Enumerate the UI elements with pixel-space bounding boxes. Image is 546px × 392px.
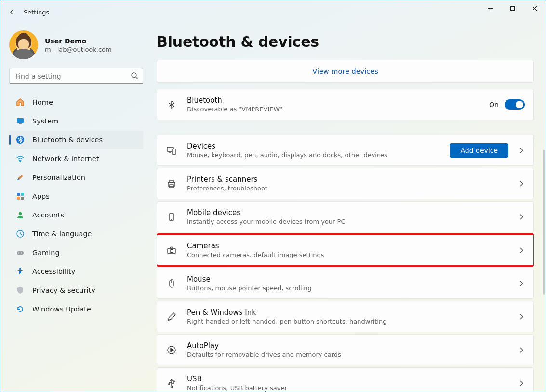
sidebar-item-apps[interactable]: Apps [9, 187, 143, 205]
svg-rect-7 [21, 193, 24, 196]
back-arrow-icon [8, 8, 16, 16]
minimize-button[interactable] [479, 0, 501, 16]
card-printers-scanners[interactable]: Printers & scanners Preferences, trouble… [157, 168, 534, 199]
back-button[interactable] [2, 3, 22, 21]
sidebar-item-accounts[interactable]: Accounts [9, 206, 143, 224]
chevron-right-icon [518, 147, 525, 154]
bluetooth-toggle-card: Bluetooth Discoverable as "VMPREVIEW" On [157, 89, 534, 120]
apps-icon [16, 192, 25, 201]
sidebar-item-label: Privacy & security [32, 286, 95, 294]
sidebar-item-label: Accessibility [32, 268, 75, 275]
sidebar-item-label: Gaming [32, 249, 60, 257]
minimize-icon [488, 6, 493, 11]
chevron-right-icon [518, 180, 525, 187]
card-devices[interactable]: Devices Mouse, keyboard, pen, audio, dis… [157, 135, 534, 166]
sidebar-item-windows-update[interactable]: Windows Update [9, 300, 143, 318]
svg-rect-3 [19, 123, 22, 124]
profile-block[interactable]: User Demo m__lab@outlook.com [9, 30, 143, 59]
main-content: Bluetooth & devices View more devices Bl… [150, 24, 546, 392]
card-autoplay[interactable]: AutoPlay Defaults for removable drives a… [157, 334, 534, 365]
svg-point-1 [132, 73, 136, 78]
accessibility-icon [16, 267, 25, 276]
card-title: USB [187, 375, 513, 383]
add-device-button[interactable]: Add device [450, 143, 508, 158]
card-usb[interactable]: USB Notifications, USB battery saver [157, 367, 534, 392]
chevron-right-icon [518, 280, 525, 287]
card-cameras[interactable]: Cameras Connected cameras, default image… [157, 234, 534, 266]
system-icon [16, 117, 25, 125]
search-input[interactable] [9, 68, 143, 84]
sidebar-item-system[interactable]: System [9, 112, 143, 130]
sidebar-item-accessibility[interactable]: Accessibility [9, 262, 143, 281]
sidebar-item-label: Personalization [32, 174, 85, 181]
sidebar-item-privacy-security[interactable]: Privacy & security [9, 281, 143, 299]
mouse-icon [166, 278, 177, 289]
clock-icon [16, 230, 25, 238]
search-icon [131, 72, 138, 80]
svg-point-13 [18, 253, 19, 254]
search-box[interactable] [9, 68, 143, 84]
sidebar-item-home[interactable]: Home [9, 93, 143, 111]
bluetooth-subtitle: Discoverable as "VMPREVIEW" [187, 106, 489, 113]
svg-point-10 [19, 212, 22, 215]
scrollbar[interactable] [543, 150, 545, 295]
svg-rect-2 [17, 118, 24, 123]
sidebar-item-network[interactable]: Network & internet [9, 149, 143, 168]
card-mouse[interactable]: Mouse Buttons, mouse pointer speed, scro… [157, 268, 534, 299]
svg-rect-0 [510, 6, 514, 10]
svg-point-26 [171, 386, 173, 388]
home-icon [16, 98, 25, 107]
svg-rect-6 [17, 193, 20, 196]
card-title: AutoPlay [187, 341, 513, 350]
chevron-right-icon [518, 247, 525, 254]
sidebar-item-label: Home [32, 98, 53, 106]
camera-icon [166, 245, 177, 256]
chevron-right-icon [518, 313, 525, 320]
svg-rect-17 [172, 149, 176, 154]
app-title: Settings [24, 9, 49, 16]
svg-rect-8 [17, 197, 20, 200]
brush-icon [16, 173, 25, 182]
chevron-right-icon [518, 380, 525, 387]
sidebar: User Demo m__lab@outlook.com Home System… [0, 24, 150, 392]
devices-icon [166, 145, 177, 156]
svg-point-14 [21, 253, 22, 254]
bluetooth-toggle[interactable] [505, 99, 525, 110]
card-title: Printers & scanners [187, 175, 513, 184]
svg-rect-18 [168, 182, 175, 186]
bluetooth-title: Bluetooth [187, 96, 489, 105]
sidebar-item-label: Time & language [32, 230, 92, 238]
card-subtitle: Buttons, mouse pointer speed, scrolling [187, 284, 513, 292]
sidebar-item-gaming[interactable]: Gaming [9, 243, 143, 262]
svg-point-23 [170, 249, 173, 252]
chevron-right-icon [518, 347, 525, 353]
svg-rect-27 [169, 384, 170, 385]
view-more-devices-link[interactable]: View more devices [157, 60, 534, 83]
pen-icon [166, 311, 177, 322]
sidebar-item-bluetooth-devices[interactable]: Bluetooth & devices [9, 131, 143, 149]
close-button[interactable] [523, 0, 546, 16]
page-title: Bluetooth & devices [157, 33, 534, 50]
sidebar-item-label: Network & internet [32, 155, 99, 162]
card-pen-windows-ink[interactable]: Pen & Windows Ink Right-handed or left-h… [157, 301, 534, 332]
update-icon [16, 305, 25, 313]
sidebar-item-personalization[interactable]: Personalization [9, 168, 143, 187]
card-title: Pen & Windows Ink [187, 308, 513, 317]
sidebar-item-time-language[interactable]: Time & language [9, 225, 143, 243]
card-mobile-devices[interactable]: Mobile devices Instantly access your mob… [157, 201, 534, 232]
card-title: Mobile devices [187, 208, 513, 217]
printer-icon [166, 178, 177, 189]
maximize-button[interactable] [501, 0, 523, 16]
sidebar-item-label: Apps [32, 192, 50, 200]
card-subtitle: Instantly access your mobile devices fro… [187, 218, 513, 225]
card-subtitle: Right-handed or left-handed, pen button … [187, 318, 513, 325]
sidebar-item-label: System [32, 117, 58, 125]
svg-rect-19 [170, 180, 173, 182]
card-subtitle: Notifications, USB battery saver [187, 384, 513, 392]
close-icon [532, 6, 537, 11]
profile-name: User Demo [45, 37, 112, 45]
svg-point-28 [173, 380, 174, 381]
phone-icon [166, 212, 177, 222]
bluetooth-icon [166, 100, 177, 109]
card-title: Cameras [187, 242, 513, 250]
